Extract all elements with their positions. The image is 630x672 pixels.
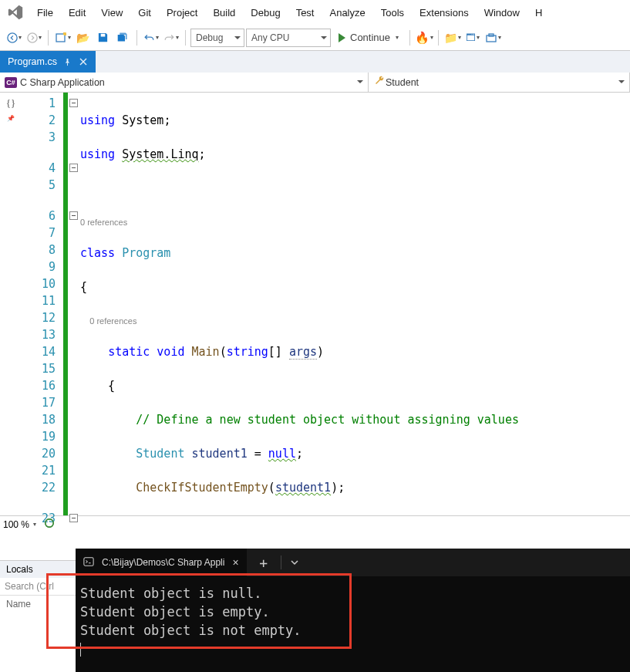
csharp-project-icon: C# <box>5 77 17 88</box>
vs-logo-icon <box>5 2 26 23</box>
code-content[interactable]: using System; using System.Linq; 0 refer… <box>80 93 630 515</box>
terminal-new-tab-button[interactable]: + <box>247 555 281 571</box>
nav-member-label: Student <box>386 77 419 88</box>
save-all-button[interactable] <box>113 29 132 47</box>
nav-project-dropdown[interactable]: C# C Sharp Application <box>0 73 369 92</box>
new-project-button[interactable]: ▾ <box>53 29 72 47</box>
menu-view[interactable]: View <box>93 2 130 23</box>
terminal-output[interactable]: Student object is null. Student object i… <box>76 576 630 666</box>
close-icon[interactable] <box>79 57 88 66</box>
terminal-line: Student object is not empty. <box>80 621 625 640</box>
wrench-icon <box>373 75 386 89</box>
menu-window[interactable]: Window <box>477 2 527 23</box>
nav-member-dropdown[interactable]: Student <box>369 73 630 92</box>
terminal-line: Student object is empty. <box>80 603 625 621</box>
terminal-window: C:\Bijay\Demos\C Sharp Appli × + Student… <box>76 549 630 672</box>
tab-title: Program.cs <box>8 56 57 67</box>
menu-test[interactable]: Test <box>288 2 322 23</box>
menu-tools[interactable]: Tools <box>373 2 412 23</box>
fold-toggle[interactable] <box>69 211 78 220</box>
continue-label: Continue <box>350 32 390 43</box>
menu-analyze[interactable]: Analyze <box>322 2 372 23</box>
outline-pin-icon[interactable]: 📌 <box>0 110 22 127</box>
menu-git[interactable]: Git <box>130 2 159 23</box>
menu-file[interactable]: File <box>29 2 61 23</box>
menu-bar: File Edit View Git Project Build Debug T… <box>0 0 630 25</box>
line-numbers: 1 2 3 4 5 6 7 8 9 10 11 12 13 14 15 16 1… <box>22 93 63 515</box>
save-button[interactable] <box>93 29 112 47</box>
continue-button[interactable]: Continue ▾ <box>332 30 405 45</box>
config-dropdown[interactable]: Debug <box>190 29 244 47</box>
menu-project[interactable]: Project <box>159 2 205 23</box>
terminal-line: Student object is null. <box>80 584 625 603</box>
svg-point-0 <box>7 32 16 42</box>
svg-point-1 <box>27 32 36 42</box>
terminal-tab-title: C:\Bijay\Demos\C Sharp Appli <box>102 557 224 568</box>
document-tabstrip: Program.cs <box>0 51 630 73</box>
fold-toggle[interactable] <box>69 514 78 522</box>
menu-items: File Edit View Git Project Build Debug T… <box>29 2 550 23</box>
zoom-level[interactable]: 100 % <box>3 519 29 530</box>
tab-program-cs[interactable]: Program.cs <box>0 51 96 73</box>
outline-braces-icon[interactable]: {} <box>0 95 22 112</box>
nav-forward-button[interactable]: ▾ <box>25 29 43 47</box>
issues-icon[interactable] <box>44 518 55 531</box>
fold-toggle[interactable] <box>69 164 78 172</box>
zoom-dropdown-icon[interactable]: ▾ <box>33 521 36 528</box>
toolbox-button[interactable]: ▾ <box>483 29 502 47</box>
svg-point-7 <box>45 519 54 528</box>
editor-status-bar: 100 % ▾ <box>0 515 630 532</box>
code-editor[interactable]: {} 📌 1 2 3 4 5 6 7 8 9 10 11 12 13 14 15… <box>0 93 630 515</box>
hot-reload-button[interactable]: 🔥▾ <box>415 29 433 47</box>
menu-build[interactable]: Build <box>205 2 243 23</box>
svg-rect-8 <box>84 557 93 566</box>
svg-rect-2 <box>56 34 65 42</box>
menu-edit[interactable]: Edit <box>61 2 93 23</box>
play-icon <box>339 33 345 42</box>
code-nav-bar: C# C Sharp Application Student <box>0 73 630 93</box>
cmd-icon <box>83 556 94 569</box>
open-file-button[interactable]: 📂 <box>73 29 92 47</box>
terminal-tabbar: C:\Bijay\Demos\C Sharp Appli × + <box>76 549 630 576</box>
outline-gutter: {} 📌 <box>0 93 22 515</box>
terminal-tab-menu-button[interactable] <box>281 558 308 567</box>
terminal-close-icon[interactable]: × <box>232 556 238 569</box>
nav-back-button[interactable]: ▾ <box>5 29 23 47</box>
windows-button[interactable]: 🗔▾ <box>463 29 482 47</box>
terminal-cursor <box>80 643 81 657</box>
undo-button[interactable]: ▾ <box>142 29 160 47</box>
svg-point-3 <box>63 32 66 35</box>
menu-debug[interactable]: Debug <box>243 2 288 23</box>
platform-dropdown[interactable]: Any CPU <box>246 29 331 47</box>
change-indicator <box>63 93 68 515</box>
fold-gutter <box>69 93 80 515</box>
main-toolbar: ▾ ▾ ▾ 📂 ▾ ▾ Debug Any CPU Continue ▾ 🔥▾ … <box>0 25 630 51</box>
fold-toggle[interactable] <box>69 99 78 107</box>
menu-extensions[interactable]: Extensions <box>412 2 477 23</box>
terminal-tab[interactable]: C:\Bijay\Demos\C Sharp Appli × <box>76 549 247 576</box>
menu-help-truncated[interactable]: H <box>527 2 550 23</box>
open-folder-button[interactable]: 📁▾ <box>443 29 462 47</box>
redo-button[interactable]: ▾ <box>162 29 180 47</box>
pin-icon[interactable] <box>63 57 72 66</box>
nav-project-label: C Sharp Application <box>20 77 105 88</box>
